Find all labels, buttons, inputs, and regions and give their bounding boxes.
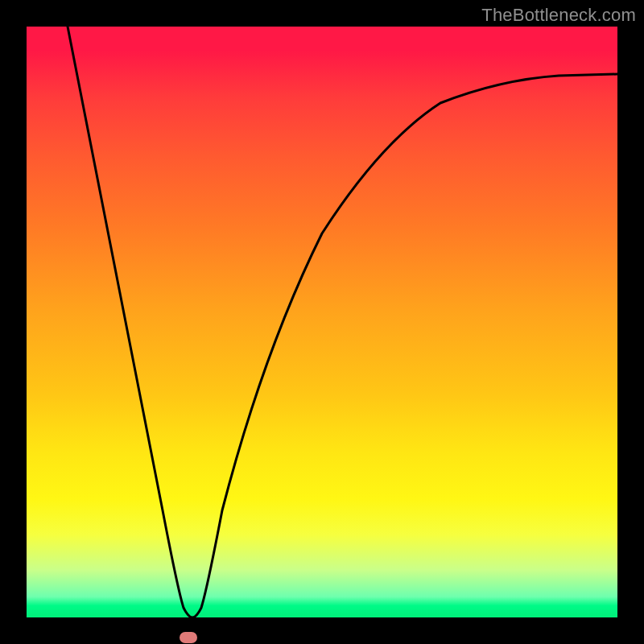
optimum-marker <box>180 632 197 643</box>
curve-layer <box>27 27 617 617</box>
chart-frame: TheBottleneck.com <box>0 0 644 644</box>
plot-area <box>27 27 617 617</box>
watermark-text: TheBottleneck.com <box>481 5 636 26</box>
bottleneck-curve <box>68 27 617 617</box>
